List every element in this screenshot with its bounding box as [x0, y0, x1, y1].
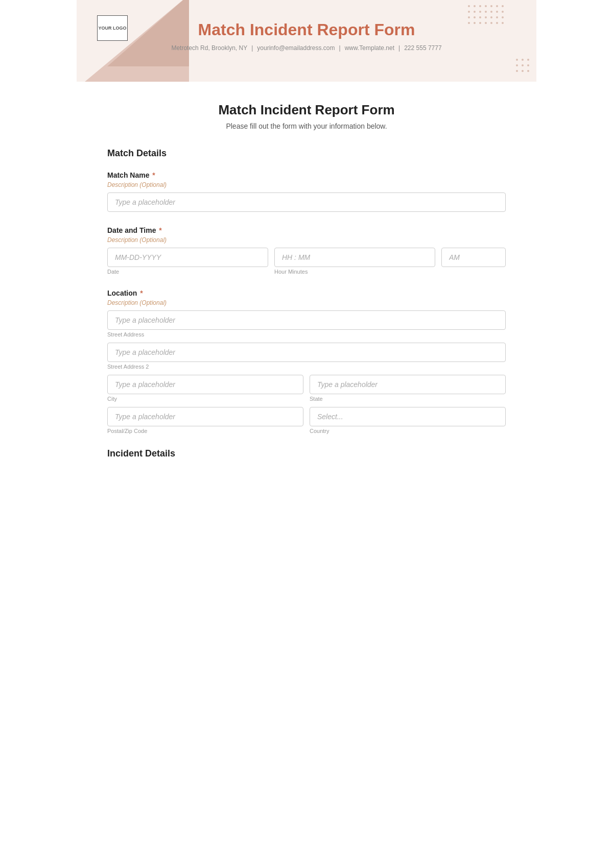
- street1-sub-label: Street Address: [107, 331, 506, 337]
- header-phone: 222 555 7777: [404, 44, 441, 52]
- zip-col: Postal/Zip Code: [107, 407, 303, 434]
- header-content: Match Incident Report Form Metrotech Rd,…: [97, 15, 516, 52]
- header-title: Match Incident Report Form: [97, 20, 516, 39]
- state-input[interactable]: [310, 375, 506, 394]
- time-sub-label: Hour Minutes: [274, 269, 435, 275]
- zip-sub-label: Postal/Zip Code: [107, 428, 303, 434]
- field-group-match-name: Match Name * Description (Optional): [107, 171, 506, 212]
- country-sub-label: Country: [310, 428, 506, 434]
- city-input[interactable]: [107, 375, 303, 394]
- street1-group: Street Address: [107, 310, 506, 337]
- separator-2: |: [339, 44, 341, 52]
- country-input[interactable]: [310, 407, 506, 426]
- field-description-location: Description (Optional): [107, 299, 506, 306]
- city-col: City: [107, 375, 303, 402]
- time-col: Hour Minutes: [274, 248, 435, 275]
- date-col: Date: [107, 248, 268, 275]
- street2-input[interactable]: [107, 343, 506, 362]
- header-address: Metrotech Rd, Brooklyn, NY: [171, 44, 247, 52]
- date-input[interactable]: [107, 248, 268, 267]
- field-label-date-time: Date and Time *: [107, 226, 506, 234]
- header-website: www.Template.net: [345, 44, 394, 52]
- section-match-details-title: Match Details: [107, 148, 506, 161]
- date-time-row: Date Hour Minutes: [107, 248, 506, 275]
- zip-input[interactable]: [107, 407, 303, 426]
- country-col: Country: [310, 407, 506, 434]
- section-incident-details-title: Incident Details: [107, 448, 506, 461]
- date-sub-label: Date: [107, 269, 268, 275]
- city-sub-label: City: [107, 396, 303, 402]
- street2-group: Street Address 2: [107, 343, 506, 370]
- field-label-location: Location *: [107, 289, 506, 297]
- state-sub-label: State: [310, 396, 506, 402]
- match-name-input[interactable]: [107, 192, 506, 212]
- header: YOUR LOGO Match Incident Report Form Met…: [77, 0, 536, 82]
- decorative-dots-bottom: [516, 59, 531, 74]
- time-input[interactable]: [274, 248, 435, 267]
- street2-sub-label: Street Address 2: [107, 364, 506, 370]
- logo: YOUR LOGO: [97, 15, 128, 41]
- separator-1: |: [251, 44, 253, 52]
- ampm-col: [441, 248, 506, 267]
- city-state-row: City State: [107, 375, 506, 402]
- ampm-input[interactable]: [441, 248, 506, 267]
- state-col: State: [310, 375, 506, 402]
- required-marker: *: [150, 171, 155, 179]
- required-marker-loc: *: [138, 289, 143, 297]
- zip-country-row: Postal/Zip Code Country: [107, 407, 506, 434]
- header-meta: Metrotech Rd, Brooklyn, NY | yourinfo@em…: [97, 44, 516, 52]
- field-label-match-name: Match Name *: [107, 171, 506, 179]
- form-main-title: Match Incident Report Form: [107, 102, 506, 118]
- field-group-date-time: Date and Time * Description (Optional) D…: [107, 226, 506, 275]
- form-subtitle: Please fill out the form with your infor…: [107, 122, 506, 130]
- header-email: yourinfo@emailaddress.com: [257, 44, 335, 52]
- form-body: Match Incident Report Form Please fill o…: [77, 82, 536, 502]
- required-marker-dt: *: [157, 226, 161, 234]
- field-description-match-name: Description (Optional): [107, 181, 506, 188]
- street1-input[interactable]: [107, 310, 506, 330]
- field-group-location: Location * Description (Optional) Street…: [107, 289, 506, 434]
- field-description-date-time: Description (Optional): [107, 236, 506, 244]
- separator-3: |: [398, 44, 400, 52]
